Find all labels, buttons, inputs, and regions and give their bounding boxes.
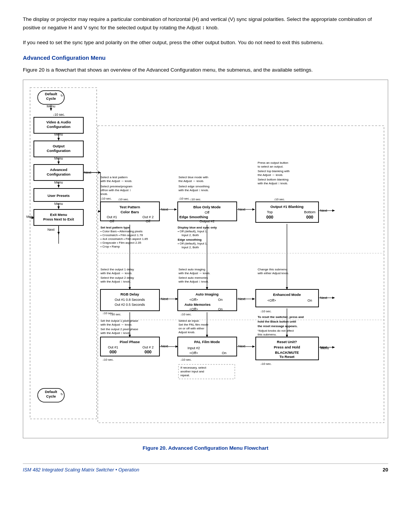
svg-text:000: 000 — [266, 215, 273, 219]
svg-text:with either Adjust knob.: with either Adjust knob. — [257, 272, 289, 275]
svg-text:↓10 sec.: ↓10 sec. — [180, 313, 192, 316]
svg-text:with the Adjust ↕ knob.: with the Adjust ↕ knob. — [100, 280, 131, 283]
svg-text:*Adjust knobs do not affect: *Adjust knobs do not affect — [258, 329, 294, 332]
svg-text:Pixel Phase: Pixel Phase — [120, 340, 140, 344]
footer: ISM 482 Integrated Scaling Matrix Switch… — [23, 463, 388, 474]
svg-text:• Grayscale          • Film as: • Grayscale • Film aspect 2.35 — [100, 241, 142, 244]
svg-text:• Off (default), Input 1,: • Off (default), Input 1, — [178, 242, 207, 245]
svg-text:Off: Off — [146, 219, 150, 223]
svg-text:BLACK/MUTE: BLACK/MUTE — [275, 350, 299, 355]
figure-caption: Figure 20. Advanced Configuration Menu F… — [23, 444, 388, 452]
svg-text:To Reset: To Reset — [279, 355, 295, 359]
svg-text:Default: Default — [45, 92, 57, 96]
svg-text:On: On — [218, 307, 223, 311]
svg-text:000: 000 — [306, 215, 313, 219]
svg-text:with the Adjust ↕ knob.: with the Adjust ↕ knob. — [100, 331, 131, 335]
svg-text:Output: Output — [53, 144, 65, 148]
svg-text:Select the output 1 delay: Select the output 1 delay — [100, 268, 134, 271]
svg-text:knob.: knob. — [100, 192, 108, 196]
svg-text:Select auto imaging: Select auto imaging — [178, 268, 205, 271]
svg-text:Auto Memories: Auto Memories — [185, 302, 211, 307]
svg-text:Out #1: Out #1 — [107, 215, 117, 219]
svg-text:Input 2, Both: Input 2, Both — [182, 246, 199, 249]
svg-text:Cycle: Cycle — [46, 96, 56, 101]
svg-text:<Off>: <Off> — [190, 351, 198, 355]
svg-text:Out #1: Out #1 — [108, 345, 118, 349]
svg-text:↓10 sec.: ↓10 sec. — [102, 312, 114, 315]
flowchart-svg: Default Cycle ↻ Menu ↓10 sec. Video & Au… — [26, 84, 385, 434]
svg-text:Auto Imaging: Auto Imaging — [196, 292, 219, 296]
svg-text:Advanced: Advanced — [50, 168, 67, 172]
svg-text:• 4x4 crosshatch  • Film aspec: • 4x4 crosshatch • Film aspect 1.85 — [100, 237, 148, 241]
svg-rect-0 — [30, 88, 97, 419]
svg-text:Set the output 2 pixel phase: Set the output 2 pixel phase — [100, 328, 139, 331]
svg-text:↻: ↻ — [61, 94, 63, 97]
svg-text:Input 2, Both: Input 2, Both — [182, 233, 199, 237]
svg-text:Select an input.: Select an input. — [178, 319, 199, 323]
svg-text:Output #2: Output #2 — [199, 219, 215, 223]
svg-text:<Off>: <Off> — [190, 307, 198, 311]
intro-para2: If you need to set the sync type and pol… — [23, 38, 388, 47]
svg-text:↓10 sec.: ↓10 sec. — [118, 198, 129, 201]
figure-caption-text: Figure 20. Advanced Configuration Menu F… — [143, 445, 268, 451]
svg-text:On: On — [222, 351, 226, 355]
svg-text:↓10 sec.: ↓10 sec. — [178, 197, 190, 200]
svg-text:On: On — [307, 299, 312, 302]
footer-page: 20 — [383, 466, 388, 474]
svg-text:Bottom: Bottom — [304, 210, 315, 214]
svg-text:• Crosshatch        • Film asp: • Crosshatch • Film aspect 1.78 — [100, 233, 143, 237]
svg-text:off/on with the Adjust ↕: off/on with the Adjust ↕ — [100, 189, 131, 192]
svg-text:RGB Delay: RGB Delay — [120, 292, 139, 296]
svg-text:PAL Film Mode: PAL Film Mode — [194, 340, 220, 344]
svg-text:Set the PAL film mode: Set the PAL film mode — [178, 323, 209, 326]
svg-text:↓10 sec.: ↓10 sec. — [180, 358, 192, 361]
svg-text:Out # 2: Out # 2 — [142, 215, 154, 219]
svg-text:Set test pattern type: Set test pattern type — [100, 226, 130, 229]
svg-text:Blue Only Mode: Blue Only Mode — [193, 205, 221, 209]
svg-text:Display blue and sync only: Display blue and sync only — [178, 226, 217, 229]
svg-text:Video & Audio: Video & Audio — [46, 120, 71, 124]
intro-para1: The display or projector may require a p… — [23, 15, 388, 32]
svg-text:Next: Next — [48, 228, 55, 232]
footer-title: ISM 482 Integrated Scaling Matrix Switch… — [23, 466, 139, 474]
svg-text:Cycle: Cycle — [46, 394, 56, 398]
svg-text:with the Adjust ↔ knob.: with the Adjust ↔ knob. — [100, 179, 132, 183]
svg-text:Next: Next — [238, 344, 245, 348]
svg-text:Select auto memories: Select auto memories — [178, 276, 208, 280]
svg-text:Configuration: Configuration — [47, 125, 70, 129]
svg-text:with the Adjust ↕ knob.: with the Adjust ↕ knob. — [257, 182, 288, 185]
svg-text:this submenu.: this submenu. — [258, 333, 277, 336]
svg-text:Press and Hold: Press and Hold — [274, 345, 300, 349]
svg-rect-123 — [256, 289, 319, 307]
svg-text:Press an output button: Press an output button — [258, 161, 288, 165]
svg-text:Select bottom blanking: Select bottom blanking — [258, 178, 288, 181]
svg-text:Change this submenu: Change this submenu — [258, 268, 287, 271]
svg-text:Select edge smoothing: Select edge smoothing — [178, 185, 209, 188]
svg-text:Off: Off — [110, 219, 114, 223]
svg-text:with the Adjust ↔ knob.: with the Adjust ↔ knob. — [178, 272, 210, 275]
svg-text:with the Adjust ↔ knob.: with the Adjust ↔ knob. — [100, 323, 132, 326]
svg-text:↓10 sec.: ↓10 sec. — [53, 113, 65, 117]
svg-text:with the Adjust ↔ knob.: with the Adjust ↔ knob. — [100, 272, 132, 275]
svg-text:Output #1 Blanking: Output #1 Blanking — [270, 204, 303, 209]
svg-text:↓10 sec.: ↓10 sec. — [100, 197, 112, 200]
svg-text:Select preview/program: Select preview/program — [100, 185, 132, 188]
svg-text:Edge Smoothing: Edge Smoothing — [179, 215, 208, 219]
svg-text:Set the output 1 pixel phase: Set the output 1 pixel phase — [100, 319, 139, 323]
svg-text:↻: ↻ — [61, 393, 63, 396]
svg-text:Out #2  0.5 Seconds: Out #2 0.5 Seconds — [115, 303, 145, 307]
svg-text:with the Adjust ↕ knob.: with the Adjust ↕ knob. — [178, 280, 209, 283]
svg-text:Input #2: Input #2 — [188, 346, 200, 350]
svg-text:↓10 sec.: ↓10 sec. — [274, 198, 285, 201]
svg-text:Enhanced Mode: Enhanced Mode — [273, 292, 301, 297]
svg-text:000: 000 — [110, 350, 116, 354]
svg-text:• Off (default), Input 1,: • Off (default), Input 1, — [178, 230, 207, 233]
svg-text:Configuration: Configuration — [47, 149, 70, 153]
svg-text:Select top blanking with: Select top blanking with — [258, 169, 290, 173]
svg-text:↓10 sec.: ↓10 sec. — [260, 362, 272, 366]
flowchart-container: Default Cycle ↻ Menu ↓10 sec. Video & Au… — [23, 80, 388, 438]
svg-text:Select a test pattern: Select a test pattern — [100, 176, 127, 179]
svg-text:Edge smoothing: Edge smoothing — [178, 238, 202, 241]
svg-text:↓10 sec.: ↓10 sec. — [190, 198, 201, 201]
svg-text:to select an output.: to select an output. — [258, 165, 284, 168]
